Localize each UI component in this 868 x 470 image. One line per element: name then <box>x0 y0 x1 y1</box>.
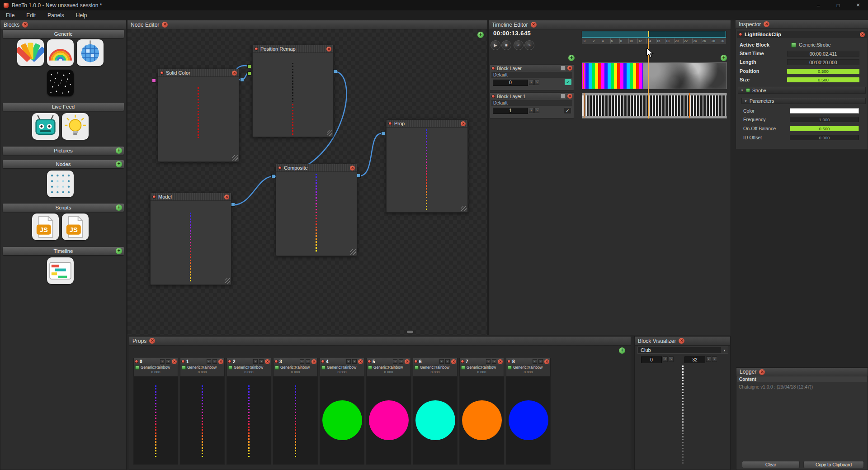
size-slider[interactable]: 0.500 <box>787 77 859 82</box>
color-swatch[interactable] <box>790 108 859 114</box>
range-max-field[interactable]: 32 <box>684 356 705 363</box>
step-down-button[interactable]: ‹ <box>706 356 711 362</box>
start-time-value[interactable]: 00:00:02.411 <box>787 51 859 57</box>
step-up-button[interactable]: › <box>712 356 717 362</box>
node-prop[interactable]: Prop ✕ <box>386 119 468 213</box>
prop-value[interactable]: 0.000 <box>274 370 317 375</box>
node-composite[interactable]: Composite ✕ <box>276 164 357 256</box>
overview-view-range[interactable] <box>582 31 648 37</box>
prop-card[interactable]: 0‹›✕ Generic:Rainbow 0.000 <box>133 358 178 465</box>
section-timeline[interactable]: Timeline+ <box>3 247 124 255</box>
on-off-balance-slider[interactable]: 0.500 <box>790 126 859 131</box>
close-icon[interactable]: ✕ <box>531 22 537 28</box>
maximize-button[interactable]: □ <box>828 0 848 10</box>
active-block-value[interactable]: Generic:Strobe <box>799 42 831 48</box>
frequency-value[interactable]: 1.000 <box>790 117 859 122</box>
node-enable-led[interactable] <box>255 47 258 51</box>
prop-next-button[interactable]: › <box>538 359 543 364</box>
prop-card[interactable]: 5‹›✕ Generic:Rainbow 0.000 <box>366 358 411 465</box>
layer-header[interactable]: Block Layer 1 ✕ <box>490 93 574 100</box>
close-icon[interactable]: ✕ <box>149 338 155 344</box>
layer-active-checkbox[interactable]: ✓ <box>564 107 571 114</box>
copy-to-clipboard-button[interactable]: Copy to Clipboard <box>803 461 864 468</box>
close-icon[interactable]: ✕ <box>326 47 331 52</box>
resize-handle[interactable] <box>350 249 356 255</box>
prop-header[interactable]: 4‹›✕ <box>320 358 364 365</box>
layer-checkbox[interactable] <box>561 66 566 71</box>
collapse-icon[interactable]: ▼ <box>744 100 747 103</box>
step-down-button[interactable]: ‹ <box>529 80 534 85</box>
length-value[interactable]: 00:00:20.000 <box>787 59 859 65</box>
prop-next-button[interactable]: › <box>445 359 450 364</box>
prop-next-button[interactable]: › <box>492 359 496 364</box>
id-offset-value[interactable]: 0.000 <box>790 135 859 140</box>
prop-prev-button[interactable]: ‹ <box>393 359 397 364</box>
prop-value[interactable]: 0.000 <box>413 370 457 375</box>
prop-value[interactable]: 0.000 <box>460 370 504 375</box>
add-track-item-button[interactable]: + <box>721 55 727 61</box>
prop-value[interactable]: 0.000 <box>506 370 550 375</box>
node-header[interactable]: Model ✕ <box>151 193 231 201</box>
prop-card[interactable]: 4‹›✕ Generic:Rainbow 0.000 <box>320 358 364 465</box>
prop-header[interactable]: 7‹›✕ <box>460 358 504 365</box>
prop-card[interactable]: 7‹›✕ Generic:Rainbow 0.000 <box>459 358 504 465</box>
add-layer-button[interactable]: + <box>568 55 575 61</box>
close-icon[interactable]: ✕ <box>679 338 684 344</box>
prop-next-button[interactable]: › <box>399 359 403 364</box>
prop-prev-button[interactable]: ‹ <box>160 359 165 364</box>
prop-next-button[interactable]: › <box>259 359 264 364</box>
clip-enable-led[interactable] <box>739 33 742 36</box>
wire[interactable] <box>233 176 272 205</box>
layer-card[interactable]: Block Layer ✕ Default 0 ‹ › ✓ <box>490 64 574 90</box>
prop-enable-led[interactable] <box>507 360 511 363</box>
clip-marker[interactable] <box>584 93 585 118</box>
prop-header[interactable]: 8‹›✕ <box>506 358 550 365</box>
prop-card[interactable]: 6‹›✕ Generic:Rainbow 0.000 <box>413 358 458 465</box>
node-header[interactable]: Solid Color ✕ <box>158 69 239 77</box>
port-color-in[interactable] <box>152 79 156 83</box>
add-node-to-editor-button[interactable]: + <box>477 32 484 38</box>
prop-card[interactable]: 3‹›✕ Generic:Rainbow 0.000 <box>273 358 318 465</box>
node-header[interactable]: Position Remap ✕ <box>253 45 333 53</box>
prop-next-button[interactable]: › <box>352 359 357 364</box>
node-enable-led[interactable] <box>278 166 282 170</box>
prop-enable-led[interactable] <box>274 360 278 363</box>
track-block-layer[interactable] <box>582 62 727 89</box>
strobe-section-header[interactable]: ▼ Strobe <box>738 87 866 94</box>
track-block-layer-1[interactable] <box>582 93 727 119</box>
timeline-ruler[interactable]: 024681012141618202224262830 <box>582 38 726 44</box>
titlebar[interactable]: BenTo 1.0.0 - New unsaved session * – □ … <box>0 0 868 10</box>
node-editor-panel[interactable]: Solid Color ✕ Position Remap ✕ Model ✕ <box>127 20 488 335</box>
close-icon[interactable]: ✕ <box>350 166 355 171</box>
prop-prev-button[interactable]: ‹ <box>533 359 537 364</box>
prop-prev-button[interactable]: ‹ <box>253 359 258 364</box>
block-icon-node-grid[interactable] <box>47 171 74 197</box>
collapse-icon[interactable]: ▼ <box>741 89 744 92</box>
menu-panels[interactable]: Panels <box>42 10 70 20</box>
port-out[interactable] <box>240 78 244 82</box>
layer-value-field[interactable]: 0 <box>493 80 528 86</box>
step-up-button[interactable]: › <box>669 356 674 362</box>
close-icon[interactable]: ✕ <box>224 195 229 199</box>
prop-next-button[interactable]: › <box>306 359 310 364</box>
section-generic[interactable]: Generic <box>3 30 124 38</box>
node-header[interactable]: Composite ✕ <box>276 164 357 172</box>
scrollbar-thumb[interactable] <box>407 331 413 333</box>
node-solid-color[interactable]: Solid Color ✕ <box>158 69 239 162</box>
position-slider[interactable]: 0.500 <box>787 69 859 74</box>
close-icon[interactable]: ✕ <box>498 359 503 364</box>
section-pictures[interactable]: Pictures+ <box>3 147 124 155</box>
node-enable-led[interactable] <box>388 122 392 125</box>
close-icon[interactable]: ✕ <box>759 369 765 375</box>
section-scripts[interactable]: Scripts+ <box>3 204 124 212</box>
chevron-down-icon[interactable]: ▼ <box>721 347 728 353</box>
prop-prev-button[interactable]: ‹ <box>346 359 351 364</box>
close-icon[interactable]: ✕ <box>461 121 466 126</box>
step-up-button[interactable]: › <box>534 80 539 85</box>
port-in[interactable] <box>247 71 251 76</box>
prop-enable-led[interactable] <box>321 360 325 363</box>
close-icon[interactable]: ✕ <box>860 32 865 37</box>
layer-active-checkbox[interactable]: ✓ <box>565 79 571 85</box>
block-icon-script-2[interactable]: JS <box>62 214 89 240</box>
stop-button[interactable]: ■ <box>501 40 511 50</box>
